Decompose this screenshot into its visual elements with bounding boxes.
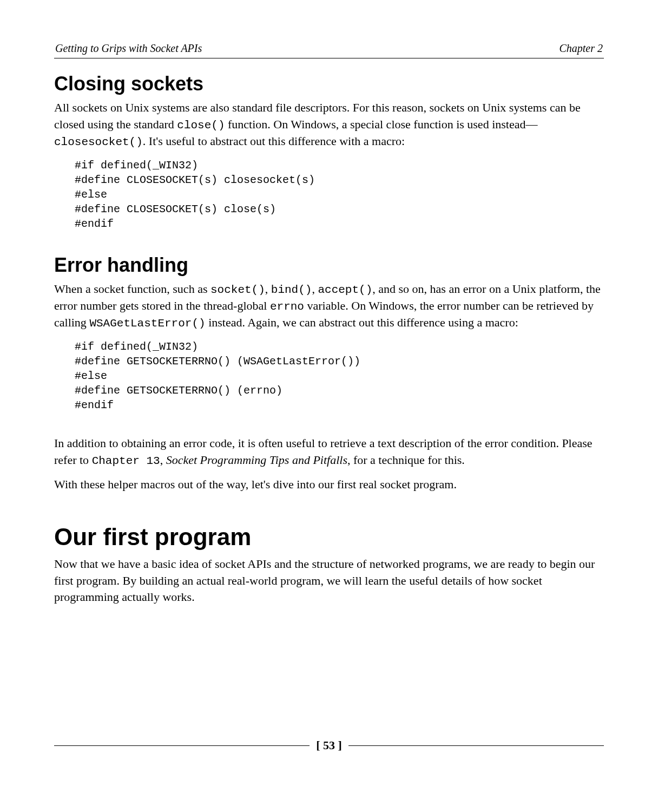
book-ref-title: Socket Programming Tips and Pitfalls — [166, 453, 347, 467]
running-header: Getting to Grips with Socket APIs Chapte… — [54, 42, 604, 58]
heading-closing-sockets: Closing sockets — [54, 73, 604, 95]
heading-our-first-program: Our first program — [54, 523, 604, 551]
para-error-handling-2: In addition to obtaining an error code, … — [54, 435, 604, 469]
code-block-getsocketerrno-macro: #if defined(_WIN32) #define GETSOCKETERR… — [75, 339, 604, 412]
text: function. On Windows, a special close fu… — [225, 117, 538, 131]
para-error-handling-1: When a socket function, such as socket()… — [54, 281, 604, 332]
text: , for a technique for this. — [347, 453, 465, 467]
page: Getting to Grips with Socket APIs Chapte… — [0, 0, 658, 812]
text: , — [312, 282, 318, 296]
inline-code-errno: errno — [270, 300, 304, 313]
header-right: Chapter 2 — [559, 42, 603, 55]
code-block-closesocket-macro: #if defined(_WIN32) #define CLOSESOCKET(… — [75, 158, 604, 231]
text: instead. Again, we can abstract out this… — [206, 316, 518, 329]
inline-code-close: close() — [177, 119, 225, 132]
page-footer: [ 53 ] — [54, 738, 604, 752]
text: . It's useful to abstract out this diffe… — [143, 134, 405, 148]
footer-rule-left — [54, 745, 310, 746]
heading-error-handling: Error handling — [54, 254, 604, 277]
para-our-first-program: Now that we have a basic idea of socket … — [54, 556, 604, 606]
inline-code-socket: socket() — [210, 284, 265, 296]
inline-code-closesocket: closesocket() — [54, 136, 143, 148]
inline-code-accept: accept() — [318, 284, 372, 296]
footer-rule-right — [348, 745, 604, 746]
inline-code-bind: bind() — [271, 284, 312, 296]
page-number: [ 53 ] — [310, 738, 348, 752]
inline-code-chapter13: Chapter 13 — [92, 455, 160, 467]
text: , — [265, 282, 271, 296]
inline-code-wsagetlasterror: WSAGetLastError() — [89, 317, 205, 330]
para-error-handling-3: With these helper macros out of the way,… — [54, 476, 604, 493]
header-left: Getting to Grips with Socket APIs — [55, 42, 202, 55]
text: , — [160, 453, 166, 467]
text: When a socket function, such as — [54, 282, 210, 296]
para-closing-sockets: All sockets on Unix systems are also sta… — [54, 100, 604, 150]
